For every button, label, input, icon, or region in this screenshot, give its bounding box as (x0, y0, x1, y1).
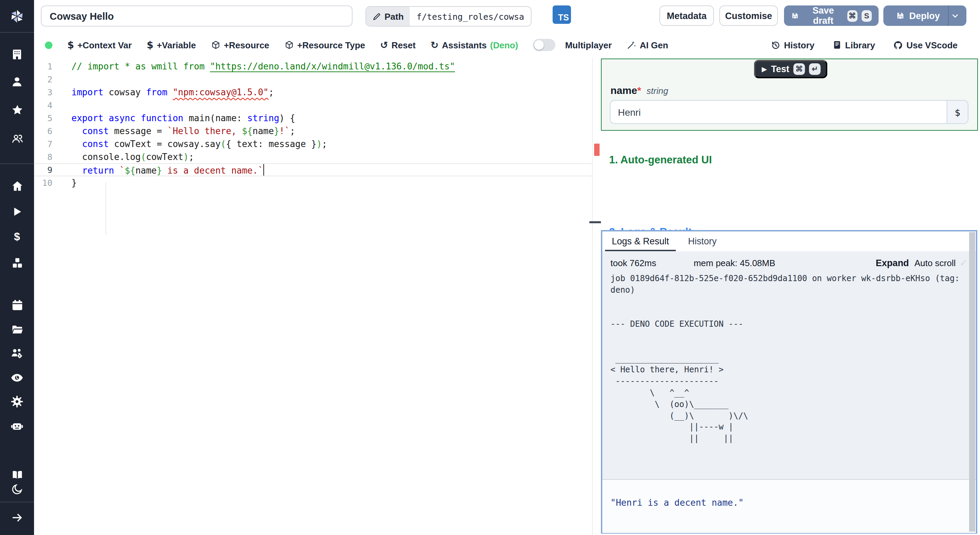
play-icon: ▶ (762, 65, 767, 73)
insert-variable-button[interactable]: $ (947, 101, 968, 123)
dollar-icon: $ (955, 107, 960, 118)
sidebar-item-docs[interactable] (0, 468, 34, 481)
customise-label: Customise (725, 11, 772, 21)
reset-icon: ↺ (380, 40, 388, 50)
logs-panel: Logs & Result History took 762ms mem pea… (601, 230, 977, 533)
sidebar-item-workers[interactable] (0, 347, 34, 359)
arrow-right-icon (11, 511, 24, 524)
ai-gen-button[interactable]: AI Gen (627, 40, 668, 50)
add-variable-button[interactable]: $+Variable (147, 40, 196, 50)
log-text: job 0189d64f-812b-525e-f020-652bd9da1100… (611, 273, 968, 444)
path-button[interactable]: Path f/testing_roles/cowsa (366, 6, 531, 27)
package-icon (211, 40, 221, 50)
windmill-logo[interactable] (0, 0, 34, 32)
tab-history-label: History (688, 236, 717, 247)
sidebar-item-groups[interactable] (0, 132, 34, 144)
reset-label: Reset (391, 40, 415, 50)
result-area: "Henri is a decent name." (602, 479, 976, 533)
multiplayer-label: Multiplayer (565, 40, 612, 50)
log-header: took 762ms mem peak: 45.08MB Expand Auto… (602, 251, 976, 268)
sidebar-item-workspace[interactable] (0, 48, 34, 61)
deploy-label: Deploy (909, 11, 940, 21)
script-title-input[interactable] (41, 5, 353, 27)
save-icon (896, 11, 905, 21)
multiplayer-toggle[interactable] (533, 39, 556, 51)
logs-scrollbar[interactable] (969, 232, 975, 532)
code-line: 4 (34, 99, 593, 111)
sidebar-item-audit[interactable] (0, 372, 34, 384)
arg-name-label: name* (611, 84, 641, 96)
vscode-icon (893, 40, 903, 50)
customise-button[interactable]: Customise (719, 5, 778, 26)
library-button[interactable]: Library (832, 40, 875, 50)
typescript-badge-label: TS (558, 13, 569, 22)
use-vscode-label: Use VScode (907, 40, 958, 50)
sidebar-item-variables[interactable]: $ (0, 231, 34, 243)
add-resource-button[interactable]: +Resource (211, 40, 269, 50)
library-label: Library (845, 40, 875, 50)
deploy-main[interactable]: Deploy (888, 11, 948, 21)
metadata-button[interactable]: Metadata (659, 5, 714, 26)
result-value: "Henri is a decent name." (611, 498, 968, 508)
arg-input-wrap: $ (610, 100, 969, 124)
text-cursor (263, 164, 264, 176)
chevron-down-icon (951, 11, 960, 20)
moon-icon (11, 483, 23, 495)
tab-history[interactable]: History (679, 231, 726, 251)
overview-ruler[interactable] (592, 58, 601, 535)
log-output-area: took 762ms mem peak: 45.08MB Expand Auto… (602, 251, 976, 479)
autoscroll-toggle[interactable]: Auto scroll (914, 258, 956, 268)
assistants-button[interactable]: ↻Assistants(Deno) (430, 40, 518, 50)
sidebar-item-folders[interactable] (0, 323, 34, 336)
refresh-icon: ↻ (430, 40, 438, 50)
code-line: 2 (34, 73, 593, 86)
assistants-lang-label: (Deno) (490, 40, 518, 50)
sidebar-item-schedules[interactable] (0, 299, 34, 311)
expand-button[interactable]: Expand (876, 258, 909, 268)
path-value: f/testing_roles/cowsa (410, 7, 531, 26)
deploy-button[interactable]: Deploy (883, 5, 966, 26)
logs-tabs: Logs & Result History (602, 231, 976, 251)
code-line: 8 console.log(cowText); (34, 150, 593, 163)
error-marker (594, 143, 600, 156)
add-context-var-label: +Context Var (78, 40, 132, 50)
windmill-script-editor: $ (0, 0, 980, 535)
reset-button[interactable]: ↺Reset (380, 40, 415, 50)
code-editor[interactable]: 1// import * as wmill from "https://deno… (34, 58, 601, 535)
sidebar-item-user[interactable] (0, 76, 34, 88)
code-line: 1// import * as wmill from "https://deno… (34, 60, 593, 73)
multiplayer-text: Multiplayer (565, 40, 612, 50)
book-open-icon (11, 468, 24, 481)
save-draft-button[interactable]: Save draft ⌘ S (784, 5, 878, 26)
top-bar: Path f/testing_roles/cowsa TS Metadata C… (34, 0, 980, 33)
history-clock-icon (770, 40, 781, 50)
history-button[interactable]: History (770, 40, 815, 50)
status-dot (45, 41, 52, 49)
path-label-segment: Path (366, 7, 410, 26)
test-button[interactable]: ▶ Test ⌘ ↵ (754, 60, 827, 78)
add-context-var-button[interactable]: $+Context Var (67, 40, 132, 50)
cmd-key-badge: ⌘ (793, 63, 805, 75)
tab-logs-result[interactable]: Logs & Result (602, 231, 679, 251)
sidebar-item-resources[interactable] (0, 256, 34, 269)
required-asterisk: * (637, 84, 641, 96)
sidebar-item-home[interactable] (0, 180, 34, 192)
enter-key-badge: ↵ (809, 63, 821, 75)
deploy-dropdown-button[interactable] (948, 11, 962, 20)
windmill-logo-icon (9, 8, 25, 24)
sidebar-item-settings[interactable] (0, 395, 34, 408)
sidebar-expand-button[interactable] (0, 511, 34, 524)
test-label: Test (771, 64, 789, 74)
home-icon (11, 179, 24, 192)
sidebar-item-worker-groups[interactable] (0, 420, 34, 432)
pencil-icon (372, 12, 381, 21)
check-icon: ✓ (960, 257, 968, 268)
sidebar-item-theme[interactable] (0, 483, 34, 495)
sidebar-item-runs[interactable] (0, 205, 34, 218)
sidebar-item-favorites[interactable] (0, 103, 34, 116)
arg-name-input[interactable] (611, 101, 947, 123)
sidebar-divider (0, 32, 34, 33)
add-resource-type-button[interactable]: +Resource Type (284, 40, 365, 50)
robot-icon (10, 419, 24, 433)
use-vscode-button[interactable]: Use VScode (893, 40, 958, 50)
